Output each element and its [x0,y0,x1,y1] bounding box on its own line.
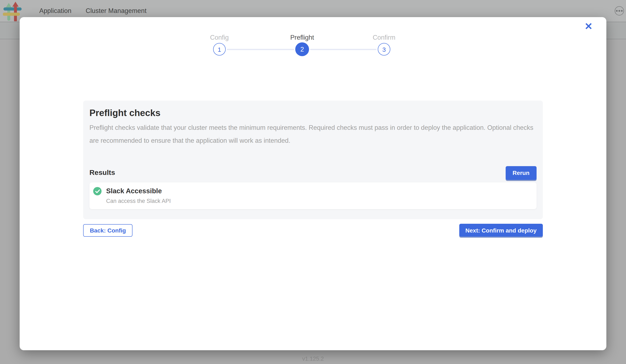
result-texts: Slack Accessible Can access the Slack AP… [106,187,171,204]
result-detail: Can access the Slack API [106,198,171,204]
step-label-confirm: Confirm [373,34,395,41]
results-heading: Results [89,169,115,177]
preflight-result-item: Slack Accessible Can access the Slack AP… [89,182,537,209]
rerun-button[interactable]: Rerun [506,166,537,180]
screen: Application Cluster Management v1.125.2 … [0,0,626,364]
app-version-label: v1.125.2 [0,356,626,362]
result-title: Slack Accessible [106,187,171,195]
ellipsis-dot [616,10,618,11]
preflight-card-description: Preflight checks validate that your clus… [89,122,537,147]
step-connector [310,49,377,50]
step-label-config: Config [210,34,229,41]
next-confirm-deploy-button[interactable]: Next: Confirm and deploy [459,224,543,237]
preflight-checks-card: Preflight checks Preflight checks valida… [83,100,543,219]
overflow-menu-ellipsis-icon[interactable] [615,6,624,15]
step-circle-2: 2 [295,42,309,56]
step-circle-1: 1 [213,43,226,56]
ellipsis-dot [619,10,620,11]
replicated-logo-icon [3,1,22,21]
ellipsis-dot [621,10,623,11]
back-config-button[interactable]: Back: Config [83,224,133,237]
step-label-preflight: Preflight [290,34,314,41]
close-icon[interactable]: ✕ [585,22,592,31]
step-circle-3: 3 [378,43,390,56]
preflight-card-title: Preflight checks [89,108,537,119]
check-pass-icon [93,187,102,195]
results-row: Results Rerun [89,166,537,180]
preflight-modal: ✕ Config Preflight Confirm 1 2 3 Preflig… [20,17,606,350]
step-connector [227,49,294,50]
